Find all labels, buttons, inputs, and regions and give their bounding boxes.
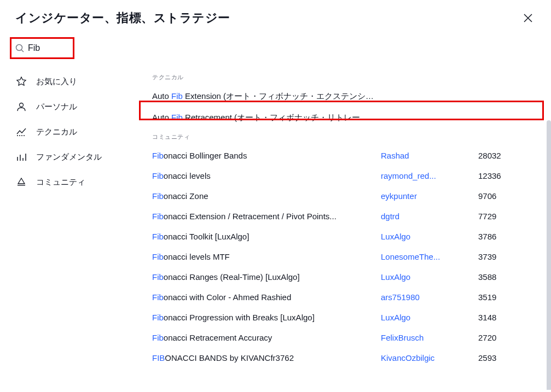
sidebar-item-label: お気に入り <box>36 77 77 87</box>
star-icon <box>15 75 27 87</box>
bar-chart-icon <box>15 151 27 163</box>
search-icon <box>15 43 25 53</box>
result-row[interactable]: Fibonacci Zoneeykpunter9706 <box>137 186 551 206</box>
result-name: Fibonacci with Color - Ahmed Rashied <box>152 292 376 302</box>
result-name: Fibonacci Progression with Breaks [LuxAl… <box>152 313 376 322</box>
close-button[interactable] <box>520 10 536 26</box>
result-author[interactable]: KivancOzbilgic <box>381 353 474 362</box>
sidebar: お気に入り パーソナル テクニカル ファンダメンタル コミュニティ <box>0 63 137 390</box>
result-row[interactable]: Fibonacci with Color - Ahmed Rashiedars7… <box>137 287 551 307</box>
sidebar-item-fundamentals[interactable]: ファンダメンタル <box>0 144 137 169</box>
sidebar-item-label: コミュニティ <box>36 177 85 188</box>
sidebar-item-label: パーソナル <box>36 102 77 112</box>
close-icon <box>523 13 533 24</box>
result-author[interactable]: raymond_red... <box>381 171 474 180</box>
result-name: Fibonacci levels <box>152 171 376 180</box>
sidebar-item-community[interactable]: コミュニティ <box>0 169 137 195</box>
svg-point-1 <box>20 103 24 107</box>
result-count: 2720 <box>478 333 511 342</box>
result-count: 3786 <box>478 232 511 241</box>
result-count: 2593 <box>478 353 511 362</box>
result-count: 7729 <box>478 212 511 221</box>
result-row[interactable]: Fibonacci Progression with Breaks [LuxAl… <box>137 307 551 327</box>
chart-line-icon <box>15 126 27 138</box>
result-name: Fibonacci Ranges (Real-Time) [LuxAlgo] <box>152 272 376 282</box>
search-field-highlight <box>10 37 74 59</box>
result-name: Fibonacci Bollinger Bands <box>152 151 376 160</box>
result-author[interactable]: FelixBrusch <box>381 333 474 342</box>
result-name: FIBONACCI BANDS by KIVANCfr3762 <box>152 353 376 362</box>
dialog-title: インジケーター、指標、ストラテジー <box>15 10 230 26</box>
result-row[interactable]: Auto Fib Retracement (オート・フィボナッチ・リトレースメン… <box>137 107 551 128</box>
result-name: Fibonacci Retracement Accuracy <box>152 333 376 342</box>
result-name: Auto Fib Retracement (オート・フィボナッチ・リトレースメン… <box>152 113 376 123</box>
result-author[interactable]: LonesomeThe... <box>381 252 474 261</box>
sidebar-item-favorites[interactable]: お気に入り <box>0 69 137 94</box>
sidebar-item-technicals[interactable]: テクニカル <box>0 119 137 144</box>
section-community-label: コミュニティ <box>137 128 551 145</box>
result-row[interactable]: Fibonacci levelsraymond_red...12336 <box>137 166 551 186</box>
result-count: 28032 <box>478 151 511 160</box>
results-panel: テクニカル Auto Fib Extension (オート・フィボナッチ・エクス… <box>137 63 551 390</box>
result-author[interactable]: eykpunter <box>381 191 474 201</box>
section-technical-label: テクニカル <box>137 69 551 86</box>
result-count: 3588 <box>478 272 511 282</box>
person-icon <box>15 101 27 113</box>
result-count: 12336 <box>478 171 511 180</box>
result-count: 3148 <box>478 313 511 322</box>
result-row[interactable]: Fibonacci Retracement AccuracyFelixBrusc… <box>137 327 551 348</box>
result-row[interactable]: Fibonacci Extension / Retracement / Pivo… <box>137 206 551 226</box>
sidebar-item-label: ファンダメンタル <box>36 152 102 162</box>
result-count: 3519 <box>478 292 511 302</box>
community-icon <box>15 176 27 188</box>
sidebar-item-label: テクニカル <box>36 127 77 137</box>
result-name: Fibonacci Extension / Retracement / Pivo… <box>152 212 376 221</box>
result-author[interactable]: Rashad <box>381 151 474 160</box>
result-count: 9706 <box>478 191 511 201</box>
result-row[interactable]: FIBONACCI BANDS by KIVANCfr3762KivancOzb… <box>137 348 551 368</box>
result-author[interactable]: LuxAlgo <box>381 313 474 322</box>
result-author[interactable]: ars751980 <box>381 292 474 302</box>
result-row[interactable]: Fibonacci levels MTFLonesomeThe...3739 <box>137 247 551 267</box>
result-row[interactable]: Fibonacci Ranges (Real-Time) [LuxAlgo]Lu… <box>137 267 551 287</box>
scrollbar[interactable] <box>547 120 551 390</box>
result-count: 3739 <box>478 252 511 261</box>
result-name: Fibonacci levels MTF <box>152 252 376 261</box>
sidebar-item-personal[interactable]: パーソナル <box>0 94 137 119</box>
result-author[interactable]: LuxAlgo <box>381 232 474 241</box>
result-name: Auto Fib Extension (オート・フィボナッチ・エクステンション) <box>152 91 376 102</box>
result-author[interactable]: LuxAlgo <box>381 272 474 282</box>
result-name: Fibonacci Toolkit [LuxAlgo] <box>152 232 376 241</box>
search-input[interactable] <box>28 43 61 53</box>
svg-point-0 <box>16 45 22 51</box>
result-row[interactable]: Fibonacci Toolkit [LuxAlgo]LuxAlgo3786 <box>137 226 551 247</box>
result-author[interactable]: dgtrd <box>381 212 474 221</box>
result-name: Fibonacci Zone <box>152 191 376 201</box>
result-row[interactable]: Auto Fib Extension (オート・フィボナッチ・エクステンション) <box>137 86 551 107</box>
result-row[interactable]: Fibonacci Bollinger BandsRashad28032 <box>137 145 551 166</box>
